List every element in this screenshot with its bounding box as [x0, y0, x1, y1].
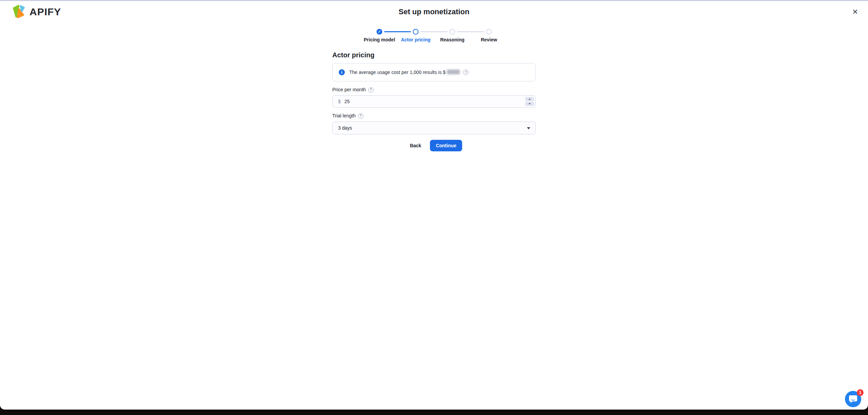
step-label-actor-pricing[interactable]: Actor pricing [401, 37, 430, 42]
close-icon: ✕ [852, 8, 858, 16]
price-input[interactable] [344, 99, 523, 104]
step-label-review: Review [481, 37, 497, 42]
price-field-label: Price per month [332, 87, 366, 93]
step-label-reasoning: Reasoning [440, 37, 465, 42]
price-field-label-row: Price per month ? [332, 87, 536, 93]
stepper-connector [457, 31, 484, 32]
currency-prefix: $ [338, 99, 341, 104]
back-button[interactable]: Back [406, 140, 425, 151]
spin-down-button[interactable] [525, 102, 534, 106]
trial-length-value: 3 days [338, 125, 352, 131]
continue-button[interactable]: Continue [430, 140, 462, 151]
spin-up-button[interactable] [525, 97, 534, 101]
chevron-down-icon [527, 127, 530, 129]
price-input-wrap: $ [332, 95, 536, 108]
stepper-connector-done [384, 31, 411, 32]
step-circle-pricing-model[interactable]: ✓ [377, 29, 382, 35]
spin-down-icon [529, 103, 531, 105]
help-icon[interactable]: ? [358, 113, 363, 119]
form-actions: Back Continue [332, 140, 536, 151]
step-circle-actor-pricing[interactable] [413, 29, 419, 35]
dialog-header: APIFY Set up monetization ✕ [0, 1, 868, 25]
brand-wordmark: APIFY [29, 6, 61, 18]
stepper-connector [420, 31, 448, 32]
apify-logo-icon [11, 4, 26, 19]
redacted-value [447, 70, 460, 74]
check-icon: ✓ [378, 30, 381, 34]
spin-up-icon [529, 98, 531, 100]
trial-length-select[interactable]: 3 days [332, 121, 536, 134]
unread-badge: 1 [857, 389, 864, 396]
help-icon[interactable]: ? [368, 87, 374, 93]
info-icon: i [339, 69, 345, 75]
chat-launcher-button[interactable]: 1 [845, 391, 861, 407]
step-circle-review [486, 29, 492, 35]
stepper: ✓ Pricing model Actor pricing Reasoning … [359, 29, 509, 44]
step-label-pricing-model[interactable]: Pricing model [364, 37, 395, 42]
trial-field-label-row: Trial length ? [332, 113, 536, 119]
help-icon[interactable]: ? [463, 70, 469, 75]
dialog-title: Set up monetization [399, 7, 470, 16]
info-banner-text: The average usage cost per 1,000 results… [349, 70, 446, 75]
info-banner: i The average usage cost per 1,000 resul… [332, 63, 536, 81]
trial-field-label: Trial length [332, 113, 356, 119]
step-circle-reasoning [450, 29, 455, 35]
price-spinners [525, 97, 534, 106]
page-title: Actor pricing [332, 51, 536, 59]
apify-logo: APIFY [11, 4, 61, 19]
monetization-dialog: APIFY Set up monetization ✕ ✓ Pricing mo… [0, 0, 868, 410]
close-button[interactable]: ✕ [850, 6, 861, 17]
form-content: Actor pricing i The average usage cost p… [332, 51, 536, 151]
